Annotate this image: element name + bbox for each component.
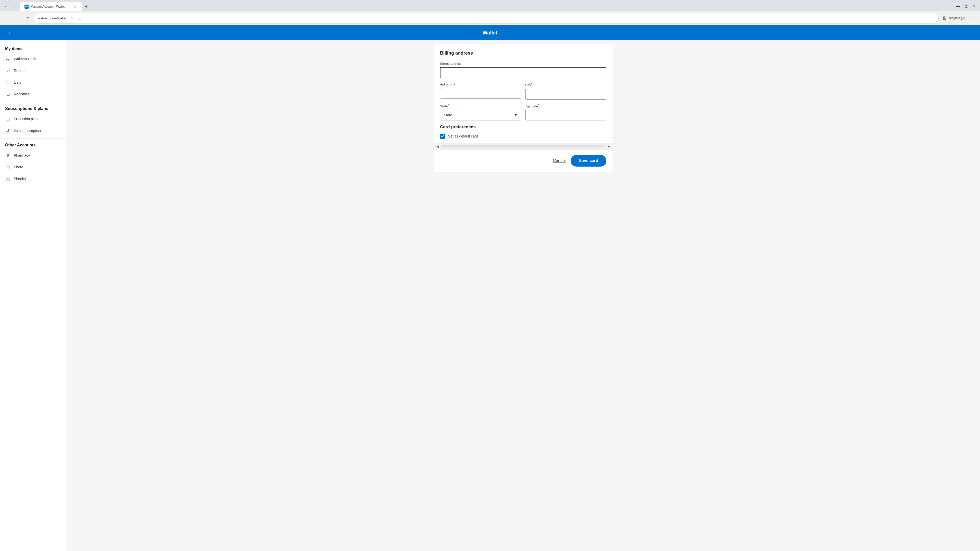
horizontal-scrollbar: ◀ ▶: [434, 143, 612, 150]
pharmacy-icon: ⊕: [5, 152, 11, 158]
incognito-badge[interactable]: 🕵 Incognito (3): [941, 15, 967, 21]
sidebar-pharmacy-label: Pharmacy: [14, 153, 30, 157]
registries-icon: ⊡: [5, 91, 11, 97]
content-area: Billing address Street address* Apt or u…: [66, 40, 980, 551]
billing-address-title: Billing address: [440, 51, 606, 56]
hscroll-left-button[interactable]: ◀: [434, 144, 441, 149]
nav-forward-button[interactable]: →: [13, 14, 21, 22]
city-field-container: City*: [525, 83, 606, 99]
sidebar-item-reorder[interactable]: ↩ Reorder: [0, 65, 66, 76]
browser-chrome: ‹ › W Manage Account - Wallet - Wa... ✕ …: [0, 0, 980, 25]
state-zip-row: State* State AL AK AZ AR CA: [440, 103, 606, 121]
incognito-label: Incognito (3): [948, 16, 965, 20]
new-tab-button[interactable]: +: [83, 3, 90, 10]
address-bar-row: ← → ↻ walmart.com/wallet ☆ ⊡ 🕵 Incognito…: [0, 11, 980, 25]
address-url: walmart.com/wallet: [38, 16, 66, 20]
apt-unit-input[interactable]: [440, 88, 521, 98]
street-address-label: Street address*: [440, 61, 606, 65]
sidebar-item-photo[interactable]: ◻ Photo: [0, 161, 66, 173]
zip-code-field-container: Zip code*: [525, 103, 606, 121]
photo-icon: ◻: [5, 164, 11, 170]
incognito-icon: 🕵: [943, 16, 947, 20]
sidebar-ebooks-label: Ebooks: [14, 177, 26, 181]
hscroll-right-button[interactable]: ▶: [605, 144, 612, 149]
hscroll-track: [441, 145, 605, 148]
sidebar-item-registries[interactable]: ⊡ Registries: [0, 88, 66, 100]
sidebar-item-protection-plans[interactable]: ⊡ Protection plans: [0, 113, 66, 125]
address-bar-actions: ☆ ⊡: [68, 14, 84, 22]
street-address-input[interactable]: [440, 67, 606, 78]
browser-menu-button[interactable]: ⋮: [969, 14, 977, 22]
checkmark-icon: [441, 135, 444, 138]
active-tab[interactable]: W Manage Account - Wallet - Wa... ✕: [21, 2, 82, 11]
reorder-icon: ↩: [5, 68, 11, 73]
state-field-container: State* State AL AK AZ AR CA: [440, 103, 521, 121]
state-select-wrapper: State AL AK AZ AR CA CO CT DE FL: [440, 110, 521, 121]
zip-code-input[interactable]: [525, 110, 606, 121]
sidebar-toggle-icon[interactable]: ⊡: [76, 14, 84, 22]
sidebar-item-item-subscription[interactable]: ↺ Item subscription: [0, 125, 66, 137]
card-preferences-section: Card preferences Set as default card: [440, 124, 606, 139]
apt-city-row: Apt or unit City*: [440, 83, 606, 99]
minimize-button[interactable]: —: [955, 3, 962, 10]
form-panel: Billing address Street address* Apt or u…: [434, 44, 612, 171]
apt-unit-field-container: Apt or unit: [440, 83, 521, 99]
sidebar: My items ◎ Walmart Cash ↩ Reorder ♡ List…: [0, 40, 66, 551]
header-back-button[interactable]: ←: [6, 28, 15, 38]
sidebar-divider-2: [0, 138, 66, 139]
state-label: State*: [440, 103, 521, 108]
card-preferences-title: Card preferences: [440, 124, 606, 130]
tab-nav-prev[interactable]: ‹: [2, 3, 9, 10]
sidebar-item-lists[interactable]: ♡ Lists: [0, 76, 66, 88]
close-window-button[interactable]: ✕: [971, 3, 978, 10]
street-address-field-container: Street address*: [440, 61, 606, 78]
walmart-header: ← Wallet: [0, 25, 980, 40]
refresh-button[interactable]: ↻: [24, 14, 32, 22]
set-default-label: Set as default card: [448, 134, 478, 138]
nav-back-button[interactable]: ←: [3, 14, 11, 22]
protection-plans-icon: ⊡: [5, 116, 11, 122]
sidebar-divider-1: [0, 102, 66, 102]
sidebar-lists-label: Lists: [14, 80, 21, 84]
app-container: ← Wallet My items ◎ Walmart Cash ↩ Reord…: [0, 25, 980, 551]
address-bar[interactable]: walmart.com/wallet ☆ ⊡: [34, 13, 939, 24]
subscriptions-section-title: Subscriptions & plans: [0, 104, 66, 113]
sidebar-protection-plans-label: Protection plans: [14, 117, 39, 121]
tab-close-button[interactable]: ✕: [73, 4, 78, 9]
sidebar-item-ebooks[interactable]: 📖 Ebooks: [0, 173, 66, 185]
main-content: My items ◎ Walmart Cash ↩ Reorder ♡ List…: [0, 40, 980, 551]
state-select[interactable]: State AL AK AZ AR CA CO CT DE FL: [440, 110, 521, 121]
window-controls: — ◻ ✕: [955, 3, 978, 11]
sidebar-registries-label: Registries: [14, 92, 30, 96]
apt-unit-label: Apt or unit: [440, 83, 521, 86]
tab-nav-icons: ‹ ›: [2, 3, 18, 10]
tab-nav-next[interactable]: ›: [10, 3, 18, 10]
page-title: Wallet: [483, 30, 497, 36]
zip-code-label: Zip code*: [525, 103, 606, 108]
save-card-button[interactable]: Save card: [571, 155, 606, 167]
set-default-row: Set as default card: [440, 134, 606, 139]
item-subscription-icon: ↺: [5, 128, 11, 133]
form-scroll-area: Billing address Street address* Apt or u…: [434, 44, 612, 143]
sidebar-item-pharmacy[interactable]: ⊕ Pharmacy: [0, 149, 66, 161]
tab-favicon: W: [24, 5, 29, 9]
action-footer: Cancel Save card: [434, 150, 612, 171]
cancel-button[interactable]: Cancel: [553, 159, 566, 163]
sidebar-reorder-label: Reorder: [14, 68, 27, 73]
sidebar-item-subscription-label: Item subscription: [14, 129, 41, 133]
my-items-section-title: My items: [0, 44, 66, 53]
sidebar-photo-label: Photo: [14, 165, 23, 169]
set-default-checkbox[interactable]: [440, 134, 445, 139]
tab-bar: ‹ › W Manage Account - Wallet - Wa... ✕ …: [0, 0, 980, 11]
bookmark-icon[interactable]: ☆: [68, 14, 76, 22]
walmart-cash-icon: ◎: [5, 56, 11, 62]
sidebar-walmart-cash-label: Walmart Cash: [14, 57, 36, 61]
city-input[interactable]: [525, 89, 606, 100]
tab-title: Manage Account - Wallet - Wa...: [30, 5, 70, 8]
lists-icon: ♡: [5, 79, 11, 85]
ebooks-icon: 📖: [5, 176, 11, 182]
city-label: City*: [525, 83, 606, 87]
maximize-button[interactable]: ◻: [963, 3, 970, 10]
other-accounts-section-title: Other Accounts: [0, 141, 66, 149]
sidebar-item-walmart-cash[interactable]: ◎ Walmart Cash: [0, 53, 66, 65]
